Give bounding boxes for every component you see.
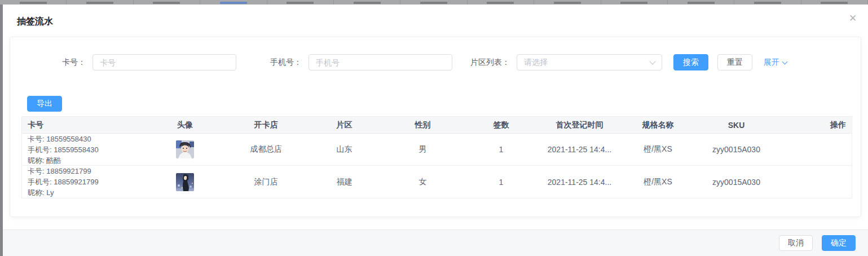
background-tab <box>267 0 334 5</box>
header-sku: SKU <box>697 117 776 133</box>
modal-title: 抽签流水 <box>17 16 53 26</box>
nickname-line: 昵称: 酷酷 <box>28 155 99 166</box>
nickname-line: 昵称: Ly <box>28 187 99 198</box>
background-tab <box>400 0 467 5</box>
export-button[interactable]: 导出 <box>27 96 62 112</box>
sign-count-cell: 1 <box>462 134 540 165</box>
sku-cell: zyy0015A030 <box>697 134 776 165</box>
background-tab <box>334 0 400 5</box>
modal-footer: 取消 确定 <box>3 229 868 256</box>
content-card: 卡号： 手机号： 片区列表： 请选择 搜索 重置 展开 <box>10 37 861 217</box>
background-tab <box>134 0 200 5</box>
card-no-input[interactable] <box>92 54 236 70</box>
sku-cell: zyy0015A030 <box>697 166 776 198</box>
background-tab <box>534 0 601 5</box>
background-tab <box>734 0 801 5</box>
action-cell <box>776 166 852 198</box>
district-cell: 山东 <box>305 134 384 165</box>
phone-line: 手机号: 18859921799 <box>28 176 99 187</box>
confirm-button[interactable]: 确定 <box>822 235 856 251</box>
avatar-image[interactable] <box>176 173 194 191</box>
district-cell: 福建 <box>305 166 384 198</box>
filter-bar: 卡号： 手机号： 片区列表： 请选择 搜索 重置 展开 <box>10 54 861 70</box>
modal-body: 卡号： 手机号： 片区列表： 请选择 搜索 重置 展开 <box>3 32 868 229</box>
district-select-placeholder: 请选择 <box>524 58 548 68</box>
card-no-label: 卡号： <box>62 58 92 68</box>
header-district: 片区 <box>305 117 384 133</box>
card-no-line: 卡号: 18559558430 <box>28 134 99 144</box>
card-info: 卡号: 18559558430 手机号: 18559558430 昵称: 酷酷 <box>28 134 99 165</box>
phone-line: 手机号: 18559558430 <box>28 144 99 155</box>
search-button[interactable]: 搜索 <box>673 54 708 70</box>
action-cell <box>776 134 852 165</box>
background-tab <box>601 0 668 5</box>
records-table: 卡号 头像 开卡店 片区 性别 签数 首次登记时间 规格名称 SKU 操作 卡号… <box>21 116 852 198</box>
sign-count-cell: 1 <box>462 166 540 198</box>
chevron-down-icon <box>782 59 788 64</box>
table-header-row: 卡号 头像 开卡店 片区 性别 签数 首次登记时间 规格名称 SKU 操作 <box>22 117 852 134</box>
district-select[interactable]: 请选择 <box>517 54 662 70</box>
spec-cell: 橙/黑XS <box>619 134 697 165</box>
background-tab <box>0 0 67 5</box>
filter-district: 片区列表： 请选择 <box>470 54 662 70</box>
district-label: 片区列表： <box>470 58 517 68</box>
avatar-image[interactable] <box>176 140 194 158</box>
expand-link[interactable]: 展开 <box>764 58 787 68</box>
card-no-line: 卡号: 18859921799 <box>28 166 99 176</box>
store-cell: 涂门店 <box>227 166 305 198</box>
header-sign-count: 签数 <box>462 117 540 133</box>
header-spec: 规格名称 <box>619 117 697 133</box>
lottery-records-modal: 抽签流水 ✕ 卡号： 手机号： 片区列表： 请选择 <box>3 5 868 256</box>
store-cell: 成都总店 <box>227 134 305 165</box>
background-tab-strip <box>0 0 868 5</box>
gender-cell: 男 <box>384 134 462 165</box>
gender-cell: 女 <box>384 166 462 198</box>
header-store: 开卡店 <box>227 117 305 133</box>
close-icon[interactable]: ✕ <box>847 12 859 25</box>
table-row: 卡号: 18559558430 手机号: 18559558430 昵称: 酷酷 <box>22 134 852 166</box>
filter-phone: 手机号： <box>270 54 452 70</box>
background-tab <box>801 0 868 5</box>
expand-link-label: 展开 <box>764 58 779 68</box>
background-tab <box>468 0 534 5</box>
phone-label: 手机号： <box>270 58 309 68</box>
background-tab <box>668 0 734 5</box>
chevron-down-icon <box>649 58 655 64</box>
first-time-cell: 2021-11-25 14:4... <box>540 134 619 165</box>
first-time-cell: 2021-11-25 14:4... <box>540 166 619 198</box>
header-avatar: 头像 <box>143 117 227 133</box>
header-gender: 性别 <box>384 117 462 133</box>
modal-header: 抽签流水 ✕ <box>3 5 868 32</box>
background-tab <box>67 0 133 5</box>
card-info: 卡号: 18859921799 手机号: 18859921799 昵称: Ly <box>28 166 99 198</box>
header-first-time: 首次登记时间 <box>540 117 619 133</box>
phone-input[interactable] <box>309 54 452 70</box>
cancel-button[interactable]: 取消 <box>779 235 813 251</box>
table-row: 卡号: 18859921799 手机号: 18859921799 昵称: Ly <box>22 166 852 198</box>
spec-cell: 橙/黑XS <box>619 166 697 198</box>
header-action: 操作 <box>776 117 852 133</box>
background-tab <box>200 0 267 5</box>
filter-card-no: 卡号： <box>62 54 236 70</box>
header-card-no: 卡号 <box>22 117 143 133</box>
reset-button[interactable]: 重置 <box>717 54 752 70</box>
